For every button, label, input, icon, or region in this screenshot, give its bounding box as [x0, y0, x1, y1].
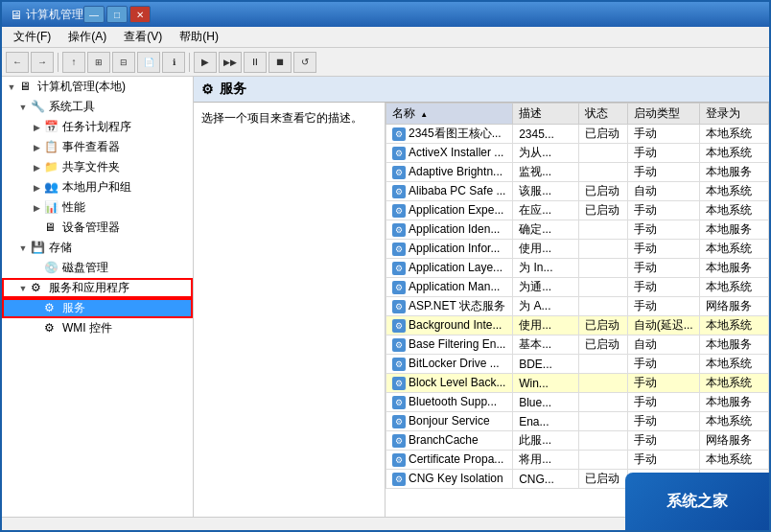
info-button[interactable]: ℹ: [162, 52, 185, 73]
users-icon: 👥: [44, 180, 59, 196]
sidebar-item-performance[interactable]: ▶ 📊 性能: [2, 197, 193, 218]
table-row[interactable]: ⚙Base Filtering En...基本...已启动自动本地服务: [386, 335, 769, 355]
sidebar-item-event-viewer[interactable]: ▶ 📋 事件查看器: [2, 137, 193, 157]
users-label: 本地用户和组: [62, 179, 131, 196]
window-title: 计算机管理: [26, 7, 83, 23]
maximize-button[interactable]: □: [106, 6, 128, 23]
event-label: 事件查看器: [62, 139, 120, 155]
watermark-text: 系统之家: [666, 492, 728, 512]
title-icon: 🖥: [10, 8, 22, 22]
cell-name: ⚙Application Expe...: [386, 201, 513, 220]
cell-startup: 手动: [627, 278, 699, 297]
sidebar-item-shared-folders[interactable]: ▶ 📁 共享文件夹: [2, 157, 193, 177]
sidebar-item-root[interactable]: ▼ 🖥 计算机管理(本地): [2, 77, 193, 97]
services-title: 服务: [220, 81, 246, 98]
sidebar-item-wmi[interactable]: ▶ ⚙ WMI 控件: [2, 318, 193, 338]
cell-startup: 自动: [627, 335, 699, 355]
stop-button[interactable]: ⏹: [269, 52, 292, 73]
table-row[interactable]: ⚙2345看图王核心...2345...已启动手动本地系统: [386, 125, 769, 144]
col-header-desc[interactable]: 描述: [513, 104, 579, 125]
table-row[interactable]: ⚙Application Infor...使用...手动本地系统: [386, 240, 769, 259]
table-row[interactable]: ⚙ActiveX Installer ...为从...手动本地系统: [386, 144, 769, 163]
sidebar-item-task-scheduler[interactable]: ▶ 📅 任务计划程序: [2, 117, 193, 137]
col-header-startup[interactable]: 启动类型: [627, 104, 699, 125]
cell-desc: 为 A...: [513, 297, 579, 316]
cell-startup: 手动: [627, 393, 699, 412]
table-row[interactable]: ⚙Alibaba PC Safe ...该服...已启动自动本地系统: [386, 182, 769, 201]
cell-desc: 为从...: [513, 144, 579, 163]
table-row[interactable]: ⚙Application Laye...为 In...手动本地服务: [386, 259, 769, 278]
cell-login: 本地服务: [699, 259, 768, 278]
toolbar-separator-2: [189, 53, 190, 72]
table-row[interactable]: ⚙BranchCache此服...手动网络服务: [386, 431, 769, 451]
table-row[interactable]: ⚙Background Inte...使用...已启动自动(延迟...本地系统: [386, 316, 769, 335]
cell-status: 已启动: [579, 201, 627, 220]
sidebar-item-local-users[interactable]: ▶ 👥 本地用户和组: [2, 177, 193, 197]
services-table-wrapper[interactable]: 名称 ▲ 描述 状态 启动类型 登录为 ⚙2345看图王核心...2345...…: [386, 103, 769, 517]
restart-button[interactable]: ↺: [293, 52, 316, 73]
pause-button[interactable]: ⏸: [244, 52, 267, 73]
users-arrow: ▶: [31, 182, 42, 194]
play-button[interactable]: ▶: [194, 52, 217, 73]
col-header-status[interactable]: 状态: [579, 104, 627, 125]
col-header-login[interactable]: 登录为: [699, 104, 768, 125]
menu-file[interactable]: 文件(F): [6, 27, 58, 47]
back-button[interactable]: ←: [6, 52, 29, 73]
wmi-icon: ⚙: [44, 321, 59, 336]
cell-name: ⚙BitLocker Drive ...: [386, 355, 513, 374]
table-row[interactable]: ⚙Block Level Back...Win...手动本地系统: [386, 374, 769, 393]
sidebar-item-system-tools[interactable]: ▼ 🔧 系统工具: [2, 97, 193, 117]
cell-login: 本地系统: [699, 278, 768, 297]
sidebar-item-services[interactable]: ▶ ⚙ 服务: [2, 298, 193, 318]
sidebar-item-services-apps[interactable]: ▼ ⚙ 服务和应用程序: [2, 278, 193, 298]
root-arrow: ▼: [6, 81, 17, 93]
cell-status: 已启动: [579, 470, 627, 489]
task-arrow: ▶: [31, 122, 42, 133]
table-row[interactable]: ⚙Application Iden...确定...手动本地服务: [386, 220, 769, 240]
table-row[interactable]: ⚙Bonjour ServiceEna...手动本地系统: [386, 412, 769, 431]
cell-status: 已启动: [579, 335, 627, 355]
menu-help[interactable]: 帮助(H): [172, 27, 226, 47]
table-row[interactable]: ⚙Application Man...为通...手动本地系统: [386, 278, 769, 297]
sidebar-item-storage[interactable]: ▼ 💾 存储: [2, 238, 193, 258]
sys-tools-arrow: ▼: [17, 102, 29, 113]
menu-view[interactable]: 查看(V): [116, 27, 170, 47]
menu-action[interactable]: 操作(A): [60, 27, 114, 47]
table-row[interactable]: ⚙BitLocker Drive ...BDE...手动本地系统: [386, 355, 769, 374]
show-hide-button[interactable]: ⊞: [87, 52, 110, 73]
props-button[interactable]: 📄: [137, 52, 160, 73]
play-all-button[interactable]: ▶▶: [219, 52, 242, 73]
disk-icon: 💿: [44, 261, 59, 276]
close-button[interactable]: ✕: [129, 6, 151, 23]
table-row[interactable]: ⚙ASP.NET 状态服务为 A...手动网络服务: [386, 297, 769, 316]
cell-desc: 此服...: [513, 431, 579, 451]
forward-button[interactable]: →: [31, 52, 54, 73]
up-button[interactable]: ↑: [62, 52, 85, 73]
task-label: 任务计划程序: [62, 119, 131, 135]
sys-tools-icon: 🔧: [31, 100, 46, 115]
table-row[interactable]: ⚙Certificate Propa...将用...手动本地系统: [386, 451, 769, 470]
dev-label: 设备管理器: [62, 220, 120, 236]
table-row[interactable]: ⚙Application Expe...在应...已启动手动本地系统: [386, 201, 769, 220]
cell-name: ⚙Certificate Propa...: [386, 451, 513, 470]
col-header-name[interactable]: 名称 ▲: [386, 104, 513, 125]
table-row[interactable]: ⚙Adaptive Brightn...监视...手动本地服务: [386, 163, 769, 182]
view-button[interactable]: ⊟: [112, 52, 135, 73]
services-table: 名称 ▲ 描述 状态 启动类型 登录为 ⚙2345看图王核心...2345...…: [386, 103, 769, 489]
cell-desc: 使用...: [513, 240, 579, 259]
task-icon: 📅: [44, 120, 59, 135]
cell-status: 已启动: [579, 125, 627, 144]
sidebar-item-disk-management[interactable]: ▶ 💿 磁盘管理: [2, 258, 193, 278]
minimize-button[interactable]: —: [83, 6, 105, 23]
cell-name: ⚙Background Inte...: [386, 316, 513, 335]
cell-startup: 手动: [627, 201, 699, 220]
svc-apps-icon: ⚙: [31, 281, 46, 296]
dev-icon: 🖥: [44, 220, 59, 236]
svc-icon: ⚙: [44, 301, 59, 316]
cell-status: [579, 355, 627, 374]
sidebar-root-label: 计算机管理(本地): [37, 79, 126, 95]
table-row[interactable]: ⚙Bluetooth Supp...Blue...手动本地服务: [386, 393, 769, 412]
toolbar-separator-1: [58, 53, 58, 72]
cell-name: ⚙Block Level Back...: [386, 374, 513, 393]
sidebar-item-device-manager[interactable]: ▶ 🖥 设备管理器: [2, 218, 193, 238]
